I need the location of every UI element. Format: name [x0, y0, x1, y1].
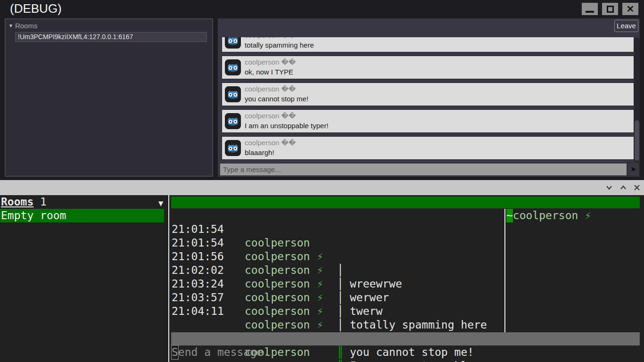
- maximize-button[interactable]: [602, 3, 618, 15]
- message-card[interactable]: coolperson �� totally spamming here: [222, 37, 634, 52]
- leave-button[interactable]: Leave: [614, 20, 638, 32]
- godot-avatar-icon: [225, 59, 241, 75]
- text-cursor: S: [171, 345, 179, 360]
- message-sender: coolperson ��: [245, 58, 296, 66]
- close-icon: ✕: [627, 4, 635, 14]
- member-list-item[interactable]: ~coolperson ⚡: [506, 209, 591, 222]
- lightning-icon: ⚡: [317, 359, 323, 362]
- close-button[interactable]: ✕: [622, 3, 638, 15]
- message-card[interactable]: coolperson �� ok, now I TYPE: [222, 56, 634, 79]
- message-sender: coolperson ��: [245, 139, 296, 147]
- tree-collapse-icon[interactable]: ▼: [8, 23, 13, 28]
- terminal-rooms-label: Rooms: [1, 196, 33, 208]
- send-button[interactable]: ➤: [627, 162, 640, 176]
- terminal-status-bar: [171, 332, 640, 346]
- message-text: ok, now I TYPE: [245, 68, 293, 76]
- room-list-item-selected[interactable]: Empty room: [0, 209, 164, 222]
- chevron-down-icon[interactable]: [605, 184, 613, 191]
- send-icon: ➤: [630, 165, 636, 173]
- terminal-message-row[interactable]: 21:01:54 coolperson ⚡ │ wreewrwe: [171, 209, 515, 222]
- minimize-button[interactable]: [582, 3, 598, 15]
- room-list-dropdown-icon[interactable]: ▼: [158, 197, 163, 209]
- message-text: you cannot stop me!: [245, 95, 308, 103]
- terminal-message-row[interactable]: 21:01:54 coolperson ⚡ │ werwer: [171, 222, 515, 236]
- terminal-rooms-header: Rooms 1: [1, 195, 47, 209]
- member-list-divider: [504, 209, 505, 332]
- message-sender: coolperson ��: [245, 112, 296, 120]
- rooms-tree-panel: ▼ Rooms !Um3PCMPI9kziIXMfL4:127.0.0.1:61…: [5, 18, 213, 177]
- message-text: I am an unstoppable typer!: [245, 122, 329, 130]
- rooms-tree-label: Rooms: [15, 22, 38, 30]
- terminal-message-row[interactable]: 21:02:02 coolperson ⚡ │ totally spamming…: [171, 250, 515, 263]
- message-text: totally spamming here: [245, 41, 314, 49]
- terminal-rooms-count: 1: [33, 196, 47, 208]
- terminal-message-row[interactable]: 21:04:11 coolperson ⚡ ║ I am an unstoppa…: [171, 291, 515, 304]
- godot-avatar-icon: [225, 86, 241, 102]
- chat-panel: Leave coolperson �� totally spamming her…: [218, 18, 640, 177]
- chat-scrollbar-thumb[interactable]: [635, 120, 639, 161]
- debug-window: (DEBUG) ✕ ▼ Rooms !Um3PCMPI9kziIXMfL4:12…: [0, 0, 644, 362]
- message-card[interactable]: coolperson �� you cannot stop me!: [222, 82, 634, 106]
- window-title: (DEBUG): [10, 1, 62, 16]
- panel-close-icon[interactable]: [633, 184, 641, 191]
- lightning-icon: ⚡: [578, 209, 591, 222]
- message-sender: coolperson ��: [245, 37, 296, 40]
- godot-avatar-icon: [225, 140, 241, 156]
- bottom-panel-header: [0, 180, 644, 195]
- row-divider: ║: [337, 346, 344, 359]
- message-card[interactable]: coolperson �� blaaargh!: [222, 136, 634, 160]
- terminal-room-list: Rooms 1 ▼ Empty room: [0, 195, 168, 362]
- terminal-message-row[interactable]: ║ typer!: [171, 304, 515, 318]
- message-text: blaaargh!: [245, 148, 274, 156]
- message-text: I am an unstoppable: [350, 359, 474, 362]
- title-bar: (DEBUG) ✕: [0, 0, 644, 17]
- chat-message-input[interactable]: Type a message...: [220, 164, 627, 175]
- message-list: coolperson �� totally spamming here cool…: [222, 37, 634, 162]
- terminal-message-row[interactable]: 21:01:56 coolperson ⚡ │ twerw: [171, 236, 515, 250]
- room-tree-item[interactable]: !Um3PCMPI9kziIXMfL4:127.0.0.1:6167: [15, 32, 207, 42]
- rooms-tree-header[interactable]: ▼ Rooms: [8, 22, 37, 30]
- member-power-prefix: ~: [506, 209, 513, 222]
- member-name: coolperson: [513, 209, 578, 222]
- terminal-panel: Rooms 1 ▼ Empty room 21:01:54 coolperson…: [0, 195, 644, 362]
- terminal-message-row[interactable]: 21:03:57 coolperson ⚡ │ you cannot stop …: [171, 277, 515, 291]
- input-placeholder: end a message...: [178, 346, 283, 358]
- godot-avatar-icon: [225, 37, 241, 49]
- terminal-message-area: 21:01:54 coolperson ⚡ │ wreewrwe 21:01:5…: [171, 195, 640, 362]
- chat-scrollbar[interactable]: [634, 37, 640, 162]
- message-text: you cannot stop me!: [350, 346, 474, 359]
- column-divider: [168, 195, 169, 362]
- maximize-icon: [607, 6, 614, 13]
- room-topic-bar: [171, 197, 640, 208]
- message-sender: coolperson ��: [245, 85, 296, 93]
- godot-avatar-icon: [225, 113, 241, 129]
- message-card[interactable]: coolperson �� I am an unstoppable typer!: [222, 109, 634, 133]
- terminal-message-input[interactable]: Send a message...: [172, 346, 282, 359]
- minimize-icon: [586, 11, 594, 13]
- row-divider: ║: [337, 359, 344, 362]
- terminal-message-row[interactable]: 21:07:38 coolperson ⚡ ╨ blaaargh!: [171, 318, 515, 332]
- terminal-message-row[interactable]: 21:03:24 coolperson ⚡ │ ok, now I TYPE: [171, 263, 515, 277]
- chevron-up-icon[interactable]: [619, 184, 627, 191]
